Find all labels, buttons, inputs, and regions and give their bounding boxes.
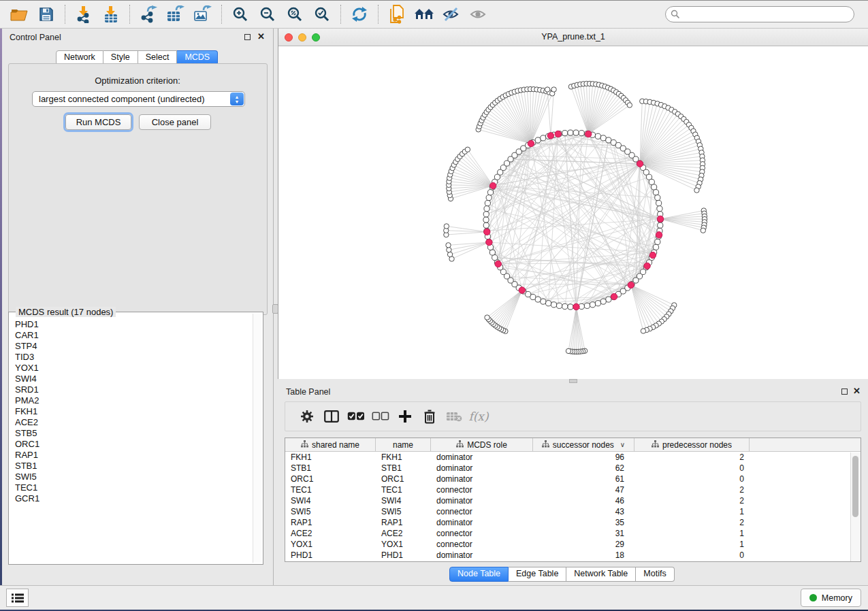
table-row[interactable]: FKH1FKH1dominator962	[285, 452, 861, 463]
table-row[interactable]: PHD1PHD1dominator180	[285, 550, 861, 561]
column-header-MCDS-role[interactable]: MCDS role	[431, 438, 533, 451]
float-panel-icon[interactable]	[841, 389, 848, 395]
search-field-wrap	[665, 6, 854, 22]
dominator-node[interactable]	[611, 293, 617, 299]
mcds-result-item[interactable]: YOX1	[15, 363, 251, 374]
float-panel-icon[interactable]	[244, 34, 251, 40]
mcds-result-item[interactable]: PMA2	[15, 395, 251, 406]
table-row[interactable]: TEC1TEC1connector472	[285, 484, 861, 495]
import-network-button[interactable]	[70, 3, 97, 26]
delete-table-icon	[446, 411, 462, 422]
select-all-icon	[347, 412, 365, 421]
delete-column-button[interactable]	[417, 404, 442, 429]
column-header-shared-name[interactable]: shared name	[285, 438, 376, 451]
table-cell: dominator	[431, 495, 533, 506]
table-row[interactable]: YOX1YOX1connector291	[285, 539, 861, 550]
deselect-all-button[interactable]	[368, 404, 393, 429]
zoom-in-button[interactable]	[227, 3, 254, 26]
tab-network-table[interactable]: Network Table	[566, 567, 636, 582]
zoom-out-button[interactable]	[254, 3, 281, 26]
table-row[interactable]: ORC1ORC1dominator610	[285, 474, 861, 484]
mcds-result-item[interactable]: FKH1	[15, 406, 251, 417]
mcds-result-item[interactable]: STB1	[15, 461, 251, 472]
mcds-result-item[interactable]: GCR1	[15, 493, 251, 504]
dominator-node[interactable]	[649, 252, 656, 258]
create-column-button[interactable]	[393, 404, 417, 429]
mcds-result-item[interactable]: TID3	[15, 352, 251, 363]
table-row[interactable]: STB1STB1dominator620	[285, 463, 861, 474]
tab-edge-table[interactable]: Edge Table	[509, 567, 566, 582]
dominator-node[interactable]	[489, 182, 496, 188]
close-panel-icon[interactable]: ✕	[853, 386, 861, 397]
table-cell: RAP1	[285, 517, 376, 528]
mcds-result-scrollbar[interactable]	[253, 314, 261, 563]
mcds-result-item[interactable]: ACE2	[15, 417, 251, 428]
dominator-node[interactable]	[519, 287, 525, 293]
table-row[interactable]: ACE2ACE2connector311	[285, 528, 861, 539]
close-panel-button[interactable]: Close panel	[139, 114, 211, 130]
criterion-dropdown[interactable]: largest connected component (undirected)…	[32, 91, 245, 107]
dominator-node[interactable]	[555, 131, 561, 137]
table-settings-button[interactable]	[295, 404, 319, 429]
select-all-button[interactable]	[344, 404, 368, 429]
export-table-button[interactable]	[162, 3, 189, 26]
hide-selected-button[interactable]	[438, 3, 465, 26]
import-table-button[interactable]	[97, 3, 125, 26]
mcds-result-item[interactable]: RAP1	[15, 450, 251, 461]
mcds-result-item[interactable]: SWI5	[15, 472, 251, 482]
open-file-button[interactable]	[5, 3, 33, 26]
dominator-node[interactable]	[573, 303, 579, 310]
dominator-node[interactable]	[657, 216, 663, 222]
mcds-result-item[interactable]: CAR1	[15, 330, 251, 341]
run-mcds-button[interactable]: Run MCDS	[65, 114, 131, 130]
function-builder-button[interactable]: f(x)	[466, 404, 491, 429]
toolbar-separator	[378, 5, 379, 24]
show-columns-button[interactable]	[319, 404, 344, 429]
houses-button[interactable]	[411, 3, 438, 26]
save-session-button[interactable]	[33, 3, 60, 26]
search-input[interactable]	[665, 6, 854, 22]
table-row[interactable]: SWI4SWI4dominator462	[285, 495, 861, 506]
show-all-button[interactable]	[465, 3, 492, 26]
clone-network-button[interactable]	[383, 3, 411, 26]
zoom-fit-button[interactable]	[281, 3, 308, 26]
dominator-node[interactable]	[495, 261, 501, 267]
dominator-node[interactable]	[637, 161, 643, 167]
zoom-selected-button[interactable]	[308, 3, 336, 26]
apply-layout-button[interactable]	[346, 3, 373, 26]
mcds-result-item[interactable]: STP4	[15, 341, 251, 352]
dominator-node[interactable]	[628, 282, 634, 288]
mcds-result-item[interactable]: PHD1	[15, 319, 251, 330]
tab-motifs[interactable]: Motifs	[636, 567, 674, 582]
table-scrollbar-thumb[interactable]	[852, 456, 858, 517]
mcds-result-list[interactable]: PHD1CAR1STP4TID3YOX1SWI4SRD1PMA2FKH1ACE2…	[15, 319, 251, 561]
column-header-predecessor-nodes[interactable]: predecessor nodes	[634, 438, 750, 451]
dominator-node[interactable]	[486, 239, 492, 245]
mcds-result-item[interactable]: STB5	[15, 428, 251, 439]
memory-button[interactable]: Memory	[801, 589, 861, 607]
mcds-result-item[interactable]: SWI4	[15, 374, 251, 384]
network-canvas[interactable]	[278, 46, 868, 378]
dominator-node[interactable]	[484, 229, 490, 235]
column-header-name[interactable]: name	[376, 438, 431, 451]
tab-node-table[interactable]: Node Table	[449, 567, 509, 582]
table-row[interactable]: RAP1RAP1dominator352	[285, 517, 861, 528]
table-scrollbar[interactable]	[850, 452, 861, 561]
hide-panels-button[interactable]	[6, 589, 29, 607]
export-image-button[interactable]	[189, 3, 216, 26]
delete-table-button[interactable]	[442, 404, 466, 429]
mcds-result-item[interactable]: TEC1	[15, 482, 251, 493]
close-panel-icon[interactable]: ✕	[257, 31, 265, 42]
column-header-successor-nodes[interactable]: successor nodes∨	[533, 438, 634, 451]
mcds-result-item[interactable]: ORC1	[15, 439, 251, 450]
dominator-node[interactable]	[585, 131, 592, 137]
dominator-node[interactable]	[528, 140, 534, 146]
dominator-node[interactable]	[656, 232, 662, 238]
export-network-button[interactable]	[135, 3, 162, 26]
network-graph	[278, 46, 868, 378]
import-network-icon	[76, 5, 92, 23]
dominator-node[interactable]	[644, 263, 650, 269]
dominator-node[interactable]	[547, 133, 553, 139]
mcds-result-item[interactable]: SRD1	[15, 384, 251, 395]
table-row[interactable]: SWI5SWI5connector431	[285, 506, 861, 517]
